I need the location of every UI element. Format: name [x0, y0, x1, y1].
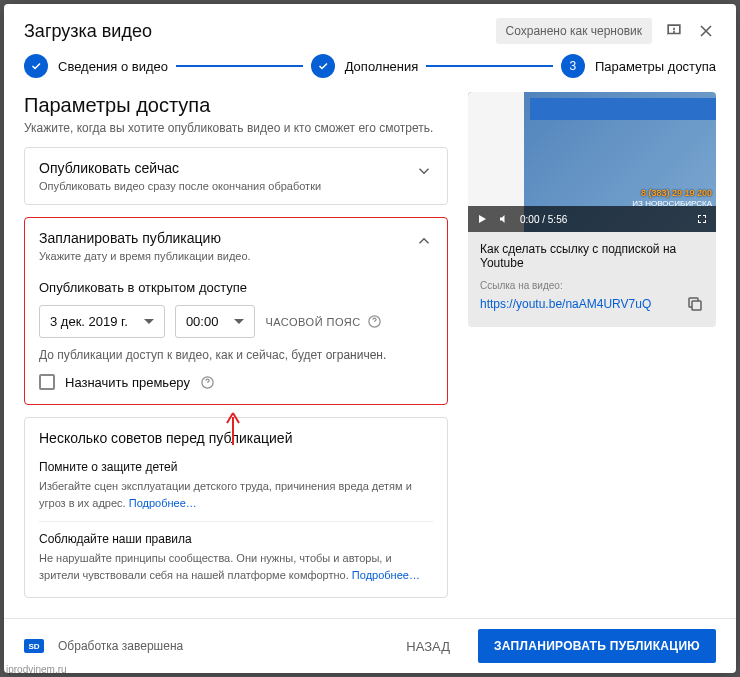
time-select[interactable]: 00:00	[175, 305, 256, 338]
panel-publish-now: Опубликовать сейчас Опубликовать видео с…	[24, 147, 448, 205]
panel-subtitle: Укажите дату и время публикации видео.	[39, 250, 251, 262]
draft-status-chip: Сохранено как черновик	[496, 18, 653, 44]
visibility-label: Опубликовать в открытом доступе	[39, 280, 433, 295]
panel-subtitle: Опубликовать видео сразу после окончания…	[39, 180, 321, 192]
tips-title: Несколько советов перед публикацией	[39, 430, 292, 446]
step-label: Дополнения	[345, 59, 419, 74]
panel-body: Опубликовать в открытом доступе 3 дек. 2…	[25, 280, 447, 404]
panel-title: Опубликовать сейчас	[39, 160, 321, 176]
step-3[interactable]: 3 Параметры доступа	[561, 54, 716, 78]
premiere-label: Назначить премьеру	[65, 375, 190, 390]
dialog-header: Загрузка видео Сохранено как черновик	[4, 4, 736, 54]
panel-schedule: Запланировать публикацию Укажите дату и …	[24, 217, 448, 405]
video-link[interactable]: https://youtu.be/naAM4URV7uQ	[480, 297, 651, 311]
dialog-body: Параметры доступа Укажите, когда вы хоти…	[4, 84, 736, 618]
feedback-icon[interactable]	[664, 21, 684, 41]
processing-status: Обработка завершена	[58, 639, 378, 653]
video-preview: 8 (383) 29 19 200 ИЗ НОВОСИБИРСКА 0:00 /…	[468, 92, 716, 327]
thumb-banner	[530, 98, 716, 120]
step-connector	[176, 65, 303, 67]
panel-header[interactable]: Запланировать публикацию Укажите дату и …	[25, 218, 447, 274]
stepper: Сведения о видео Дополнения 3 Параметры …	[4, 54, 736, 84]
check-icon	[24, 54, 48, 78]
back-button[interactable]: НАЗАД	[392, 631, 464, 662]
svg-rect-2	[692, 301, 701, 310]
access-note: До публикации доступ к видео, как и сейч…	[39, 348, 433, 362]
watermark: iprodvinem.ru	[6, 664, 67, 675]
step-2[interactable]: Дополнения	[311, 54, 419, 78]
caret-down-icon	[144, 317, 154, 327]
step-label: Сведения о видео	[58, 59, 168, 74]
step-connector	[426, 65, 553, 67]
help-icon	[367, 314, 382, 329]
right-column: 8 (383) 29 19 200 ИЗ НОВОСИБИРСКА 0:00 /…	[468, 84, 716, 618]
learn-more-link[interactable]: Подробнее…	[129, 497, 197, 509]
premiere-checkbox-row[interactable]: Назначить премьеру	[39, 374, 433, 390]
step-label: Параметры доступа	[595, 59, 716, 74]
close-icon[interactable]	[696, 21, 716, 41]
caret-down-icon	[234, 317, 244, 327]
left-column: Параметры доступа Укажите, когда вы хоти…	[24, 84, 448, 618]
date-value: 3 дек. 2019 г.	[50, 314, 128, 329]
preview-meta: Как сделать ссылку с подпиской на Youtub…	[468, 232, 716, 327]
section-subtitle: Укажите, когда вы хотите опубликовать ви…	[24, 121, 448, 135]
step-number: 3	[561, 54, 585, 78]
step-1[interactable]: Сведения о видео	[24, 54, 168, 78]
dialog-title: Загрузка видео	[24, 21, 152, 42]
divider	[39, 521, 433, 522]
video-time: 0:00 / 5:56	[520, 214, 567, 225]
section-title: Параметры доступа	[24, 94, 448, 117]
copy-icon[interactable]	[686, 295, 704, 313]
schedule-button[interactable]: ЗАПЛАНИРОВАТЬ ПУБЛИКАЦИЮ	[478, 629, 716, 663]
check-icon	[311, 54, 335, 78]
tip-text: Избегайте сцен эксплуатации детского тру…	[39, 478, 433, 511]
tip-text: Не нарушайте принципы сообщества. Они ну…	[39, 550, 433, 583]
checkbox[interactable]	[39, 374, 55, 390]
time-value: 00:00	[186, 314, 219, 329]
help-icon[interactable]	[200, 375, 215, 390]
video-thumbnail[interactable]: 8 (383) 29 19 200 ИЗ НОВОСИБИРСКА 0:00 /…	[468, 92, 716, 232]
tip-heading: Соблюдайте наши правила	[39, 532, 433, 546]
date-select[interactable]: 3 дек. 2019 г.	[39, 305, 165, 338]
datetime-row: 3 дек. 2019 г. 00:00 ЧАСОВОЙ ПОЯС	[39, 305, 433, 338]
tip-heading: Помните о защите детей	[39, 460, 433, 474]
thumb-phone: 8 (383) 29 19 200	[641, 188, 712, 198]
sd-badge: SD	[24, 639, 44, 653]
timezone-link[interactable]: ЧАСОВОЙ ПОЯС	[265, 314, 381, 329]
fullscreen-icon[interactable]	[696, 213, 708, 225]
timezone-label: ЧАСОВОЙ ПОЯС	[265, 316, 360, 328]
panel-header[interactable]: Опубликовать сейчас Опубликовать видео с…	[25, 148, 447, 204]
learn-more-link[interactable]: Подробнее…	[352, 569, 420, 581]
header-actions: Сохранено как черновик	[496, 18, 717, 44]
tips-body: Помните о защите детей Избегайте сцен эк…	[25, 460, 447, 597]
upload-dialog: Загрузка видео Сохранено как черновик Св…	[4, 4, 736, 673]
chevron-down-icon	[415, 162, 433, 180]
link-label: Ссылка на видео:	[480, 280, 704, 291]
preview-title: Как сделать ссылку с подпиской на Youtub…	[480, 242, 704, 270]
play-icon[interactable]	[476, 213, 488, 225]
chevron-up-icon	[415, 232, 433, 250]
video-controls: 0:00 / 5:56	[468, 206, 716, 232]
dialog-footer: SD Обработка завершена НАЗАД ЗАПЛАНИРОВА…	[4, 618, 736, 673]
panel-title: Запланировать публикацию	[39, 230, 251, 246]
volume-icon[interactable]	[498, 213, 510, 225]
